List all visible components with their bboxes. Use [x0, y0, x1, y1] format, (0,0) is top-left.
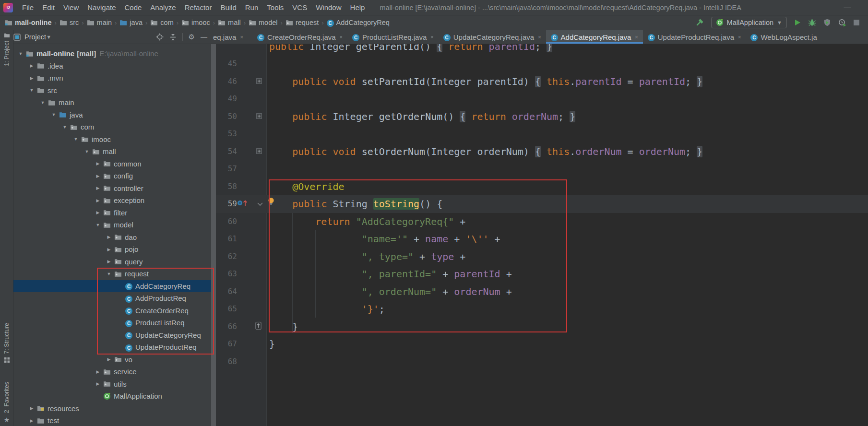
fold-end-icon[interactable]	[255, 321, 262, 331]
breadcrumb-imooc[interactable]: imooc	[181, 19, 210, 26]
tool-button-project[interactable]: 1: Project	[0, 33, 13, 66]
collapse-arrow-icon[interactable]: ▶	[95, 198, 101, 203]
breadcrumb-request[interactable]: request	[285, 19, 319, 26]
menu-edit[interactable]: Edit	[38, 0, 59, 15]
breadcrumb-addcategoryreq[interactable]: CAddCategoryReq	[327, 19, 390, 27]
collapse-arrow-icon[interactable]: ▶	[95, 381, 101, 386]
tree-item-productlistreq[interactable]: CProductListReq	[13, 317, 211, 329]
collapse-arrow-icon[interactable]: ▶	[95, 369, 101, 374]
locate-button[interactable]	[156, 33, 164, 41]
overrides-method-icon[interactable]	[237, 200, 248, 209]
menu-analyze[interactable]: Analyze	[146, 0, 180, 15]
close-icon[interactable]: ×	[430, 34, 433, 40]
close-icon[interactable]: ×	[340, 34, 343, 40]
tree-item-vo[interactable]: ▶vo	[13, 354, 211, 366]
tree-item-createorderreq[interactable]: CCreateOrderReq	[13, 305, 211, 317]
collapse-button[interactable]	[169, 34, 177, 41]
tree-item-mall-online[interactable]: ▼mall-online [mall]E:\java\mall-online	[13, 47, 211, 60]
collapse-arrow-icon[interactable]: ▶	[28, 63, 35, 68]
project-panel-scrollbar[interactable]	[211, 44, 216, 426]
breadcrumb-java[interactable]: java	[119, 19, 143, 26]
build-button[interactable]	[695, 18, 704, 27]
tree-item-.idea[interactable]: ▶.idea	[13, 60, 211, 72]
project-panel-title[interactable]: Project	[24, 33, 46, 41]
tree-item-main[interactable]: ▼main	[13, 96, 211, 109]
tree-item-com[interactable]: ▼com	[13, 121, 211, 133]
tree-item-common[interactable]: ▶common	[13, 158, 211, 170]
tree-item-pojo[interactable]: ▶pojo	[13, 243, 211, 256]
menu-tools[interactable]: Tools	[262, 0, 288, 15]
tree-item-.mvn[interactable]: ▶.mvn	[13, 72, 211, 84]
tree-item-controller[interactable]: ▶controller	[13, 182, 211, 195]
expand-arrow-icon[interactable]: ▼	[39, 100, 46, 105]
tree-item-updateproductreq[interactable]: CUpdateProductReq	[13, 341, 211, 354]
breadcrumb-mall[interactable]: mall	[218, 19, 241, 26]
menu-navigate[interactable]: Navigate	[83, 0, 120, 15]
collapse-arrow-icon[interactable]: ▶	[28, 418, 35, 423]
fold-plus-icon[interactable]	[256, 147, 262, 156]
close-icon[interactable]: ×	[538, 34, 541, 40]
breadcrumb-mall-online[interactable]: mall-online	[5, 19, 52, 26]
menu-window[interactable]: Window	[311, 0, 345, 15]
tool-button-favorites[interactable]: 2: Favorites★	[0, 382, 13, 424]
menu-build[interactable]: Build	[216, 0, 240, 15]
collapse-arrow-icon[interactable]: ▶	[95, 174, 101, 178]
expand-arrow-icon[interactable]: ▼	[72, 137, 79, 142]
tree-item-mall[interactable]: ▼mall	[13, 145, 211, 158]
tree-item-service[interactable]: ▶service	[13, 366, 211, 378]
intention-bulb-icon[interactable]	[267, 197, 275, 207]
menu-code[interactable]: Code	[120, 0, 146, 15]
tree-item-filter[interactable]: ▶filter	[13, 207, 211, 219]
tool-button-structure[interactable]: 7: Structure	[0, 323, 13, 363]
collapse-arrow-icon[interactable]: ▶	[95, 210, 101, 215]
tree-item-dao[interactable]: ▶dao	[13, 231, 211, 244]
fold-plus-icon[interactable]	[256, 112, 262, 121]
breadcrumb-main[interactable]: main	[87, 19, 112, 26]
tree-item-addproductreq[interactable]: CAddProductReq	[13, 292, 211, 305]
tree-item-java[interactable]: ▼java	[13, 109, 211, 121]
menu-help[interactable]: Help	[346, 0, 369, 15]
tab-eq-java[interactable]: eq.java×	[211, 30, 252, 44]
expand-arrow-icon[interactable]: ▼	[50, 112, 57, 117]
run-configuration-select[interactable]: MallApplication▼	[711, 17, 787, 28]
tree-item-query[interactable]: ▶query	[13, 256, 211, 268]
minus-button[interactable]: —	[201, 33, 207, 41]
run-with-coverage-button[interactable]	[823, 19, 831, 26]
breadcrumb-src[interactable]: src	[59, 19, 79, 26]
stop-button[interactable]	[854, 20, 859, 25]
profile-button[interactable]	[838, 19, 846, 27]
collapse-arrow-icon[interactable]: ▶	[106, 259, 112, 264]
tab-productlistreq-java[interactable]: CProductListReq.java×	[347, 30, 439, 44]
tab-updateproductreq-java[interactable]: CUpdateProductReq.java×	[643, 30, 746, 44]
chevron-down-icon[interactable]: ▼	[46, 34, 51, 40]
menu-run[interactable]: Run	[241, 0, 263, 15]
tree-item-updatecategoryreq[interactable]: CUpdateCategoryReq	[13, 329, 211, 342]
close-icon[interactable]: ×	[240, 34, 243, 40]
tree-item-config[interactable]: ▶config	[13, 170, 211, 182]
expand-arrow-icon[interactable]: ▼	[61, 125, 68, 130]
tab-weblogaspect-ja[interactable]: CWebLogAspect.ja	[746, 30, 821, 44]
breadcrumb-com[interactable]: com	[150, 19, 173, 26]
tab-updatecategoryreq-java[interactable]: CUpdateCategoryReq.java×	[439, 30, 546, 44]
tab-createorderreq-java[interactable]: CCreateOrderReq.java×	[252, 30, 347, 44]
tree-item-model[interactable]: ▼model	[13, 219, 211, 231]
debug-button[interactable]	[808, 19, 816, 26]
code-editor[interactable]: public Integer getParentId() { return pa…	[216, 44, 868, 426]
tree-item-src[interactable]: ▼src	[13, 84, 211, 97]
expand-arrow-icon[interactable]: ▼	[28, 88, 35, 93]
fold-chevron-icon[interactable]	[257, 200, 263, 208]
collapse-arrow-icon[interactable]: ▶	[95, 161, 101, 166]
menu-vcs[interactable]: VCS	[288, 0, 311, 15]
minimize-button[interactable]: —	[840, 0, 855, 14]
tree-item-exception[interactable]: ▶exception	[13, 194, 211, 207]
collapse-arrow-icon[interactable]: ▶	[95, 186, 101, 190]
expand-arrow-icon[interactable]: ▼	[83, 149, 90, 154]
expand-arrow-icon[interactable]: ▼	[17, 51, 24, 56]
close-icon[interactable]: ×	[635, 34, 638, 40]
collapse-arrow-icon[interactable]: ▶	[106, 247, 112, 252]
menu-view[interactable]: View	[59, 0, 83, 15]
close-icon[interactable]: ×	[738, 34, 741, 40]
tree-item-imooc[interactable]: ▼imooc	[13, 133, 211, 146]
fold-plus-icon[interactable]	[256, 77, 262, 86]
run-button[interactable]	[794, 19, 801, 26]
